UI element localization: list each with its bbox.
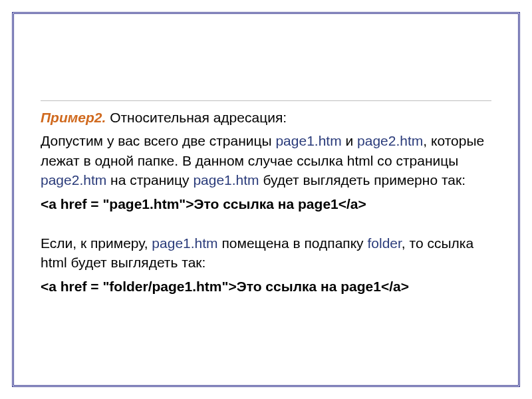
example-label: Пример2.	[41, 110, 106, 125]
paragraph-2: Если, к примеру, page1.htm помещена в по…	[41, 233, 491, 273]
foldername: folder	[367, 235, 401, 251]
paragraph-1: Допустим у вас всего две страницы page1.…	[41, 131, 491, 190]
text: помещена в подпапку	[218, 235, 368, 251]
filename-page1: page1.htm	[152, 235, 217, 251]
text: Если, к примеру,	[41, 235, 152, 251]
filename-page2: page2.htm	[41, 172, 106, 188]
slide-content: Пример2. Относительная адресация: Допуст…	[41, 100, 491, 300]
text: будет выглядеть примерно так:	[259, 172, 466, 188]
spacer	[41, 217, 491, 233]
filename-page1: page1.htm	[193, 172, 259, 188]
filename-page1: page1.htm	[275, 133, 341, 148]
divider	[41, 100, 491, 101]
example-title: Пример2. Относительная адресация:	[41, 108, 491, 127]
text: и	[342, 133, 357, 148]
text: Допустим у вас всего две страницы	[41, 133, 275, 148]
slide-frame: Пример2. Относительная адресация: Допуст…	[12, 12, 520, 387]
code-example-1: <a href = "page1.htm">Это ссылка на page…	[41, 194, 491, 213]
example-title-rest: Относительная адресация:	[106, 110, 287, 125]
code-example-2: <a href = "folder/page1.htm">Это ссылка …	[41, 277, 491, 296]
text: на страницу	[106, 172, 193, 188]
filename-page2: page2.htm	[357, 133, 423, 148]
